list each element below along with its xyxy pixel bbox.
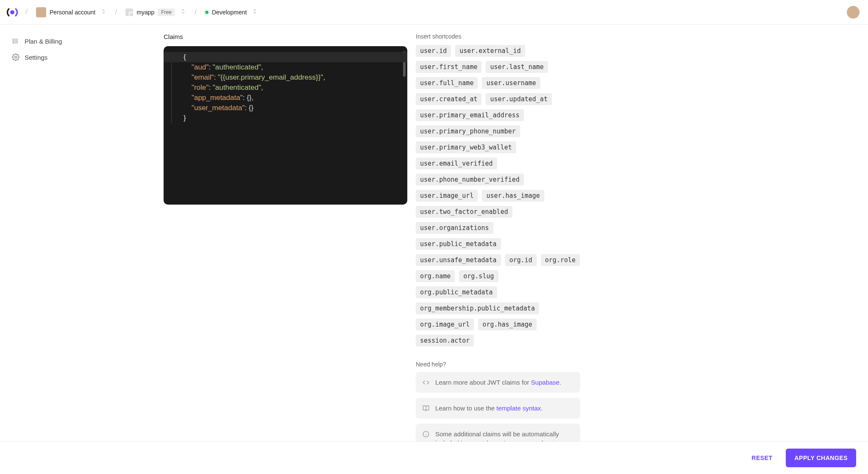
chevron-up-down-icon (252, 8, 258, 16)
svg-point-0 (10, 10, 14, 14)
shortcode-pill[interactable]: user.primary_phone_number (416, 125, 520, 137)
shortcode-pill[interactable]: org.slug (459, 270, 498, 282)
profile-avatar[interactable] (847, 6, 860, 19)
sidebar-item-label: Plan & Billing (25, 38, 62, 45)
app-icon (125, 8, 133, 16)
shortcode-pill[interactable]: user.external_id (455, 45, 525, 57)
shortcode-pill[interactable]: user.id (416, 45, 451, 57)
claims-heading: Claims (164, 33, 407, 40)
sidebar: Plan & Billing Settings (0, 25, 164, 474)
shortcode-pill[interactable]: user.first_name (416, 61, 481, 73)
sidebar-item-plan-billing[interactable]: Plan & Billing (10, 33, 153, 49)
need-help-heading: Need help? (416, 361, 580, 368)
shortcode-pill[interactable]: org.has_image (478, 319, 536, 330)
claims-code: { "aud": "authenticated", "email": "{{us… (171, 52, 403, 123)
env-name: Development (212, 9, 247, 16)
shortcode-pill[interactable]: org.public_metadata (416, 286, 497, 298)
template-syntax-link[interactable]: template syntax (496, 405, 541, 412)
shortcode-pill[interactable]: org.id (505, 254, 537, 266)
sidebar-item-settings[interactable]: Settings (10, 49, 153, 65)
shortcode-pill[interactable]: user.created_at (416, 93, 481, 105)
shortcode-pill[interactable]: user.two_factor_enabled (416, 206, 512, 218)
gear-icon (12, 53, 19, 61)
plan-badge: Free (158, 8, 175, 16)
sidebar-item-label: Settings (25, 54, 47, 61)
status-dot-icon (205, 11, 209, 14)
book-icon (423, 405, 429, 412)
shortcode-pill[interactable]: user.full_name (416, 77, 478, 89)
shortcode-pill[interactable]: user.public_metadata (416, 238, 501, 250)
shortcode-pill[interactable]: user.organizations (416, 222, 493, 234)
account-avatar (36, 7, 46, 17)
shortcodes-list: user.iduser.external_iduser.first_nameus… (416, 45, 580, 346)
account-label: Personal account (50, 9, 95, 16)
shortcode-pill[interactable]: org.image_url (416, 319, 474, 330)
shortcode-pill[interactable]: user.last_name (486, 61, 548, 73)
svg-point-1 (15, 56, 17, 58)
help-card-template-syntax: Learn how to use the template syntax. (416, 398, 580, 419)
shortcodes-heading: Insert shortcodes (416, 33, 580, 40)
info-icon (423, 431, 429, 438)
billing-icon (12, 37, 19, 45)
breadcrumb-sep: / (195, 8, 197, 17)
chevron-up-down-icon (100, 8, 106, 16)
apply-changes-button[interactable]: APPLY CHANGES (786, 449, 856, 467)
breadcrumb: / Personal account / myapp Free / Develo… (3, 6, 260, 19)
top-header: / Personal account / myapp Free / Develo… (0, 0, 868, 25)
chevron-up-down-icon (180, 8, 186, 16)
shortcode-pill[interactable]: org_membership.public_metadata (416, 302, 539, 314)
breadcrumb-sep: / (115, 8, 117, 17)
shortcode-pill[interactable]: user.email_verified (416, 158, 497, 169)
shortcode-pill[interactable]: user.primary_web3_wallet (416, 141, 516, 153)
shortcode-pill[interactable]: org.name (416, 270, 455, 282)
app-name: myapp (136, 9, 154, 16)
breadcrumb-sep: / (25, 8, 28, 17)
env-switcher[interactable]: Development (203, 7, 261, 17)
shortcode-pill[interactable]: user.username (482, 77, 540, 89)
shortcode-pill[interactable]: user.primary_email_address (416, 109, 524, 121)
footer-bar: RESET APPLY CHANGES (0, 441, 868, 474)
clerk-logo (7, 7, 18, 18)
reset-button[interactable]: RESET (746, 450, 778, 466)
shortcode-pill[interactable]: session.actor (416, 335, 474, 346)
shortcode-pill[interactable]: user.image_url (416, 190, 478, 202)
shortcode-pill[interactable]: user.unsafe_metadata (416, 254, 501, 266)
shortcode-pill[interactable]: user.updated_at (486, 93, 551, 105)
shortcode-pill[interactable]: user.phone_number_verified (416, 174, 524, 186)
supabase-link[interactable]: Supabase (531, 379, 560, 386)
shortcode-pill[interactable]: org.role (541, 254, 580, 266)
account-switcher[interactable]: Personal account (33, 6, 109, 19)
help-card-supabase: Learn more about JWT claims for Supabase… (416, 372, 580, 393)
claims-editor[interactable]: { "aud": "authenticated", "email": "{{us… (164, 46, 407, 205)
code-icon (423, 379, 429, 386)
app-switcher[interactable]: myapp Free (123, 7, 189, 18)
shortcode-pill[interactable]: user.has_image (482, 190, 544, 202)
